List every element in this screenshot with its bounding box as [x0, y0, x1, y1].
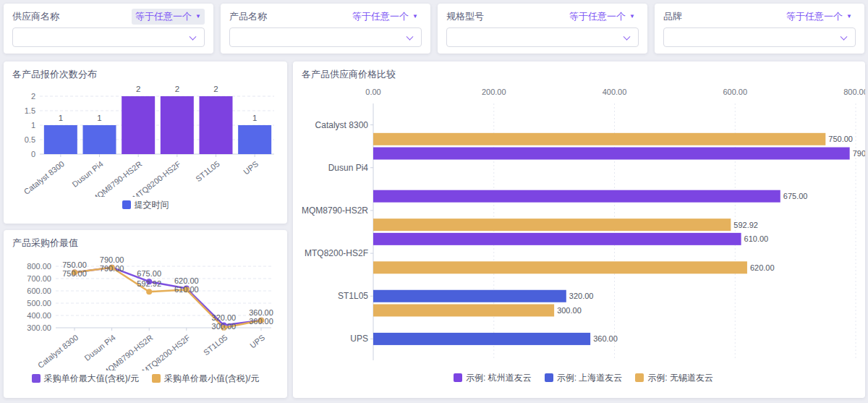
y-axis-label: 500.00	[27, 299, 51, 307]
filter-card-spec-model: 规格型号 等于任意一个 ▼	[438, 4, 647, 54]
x-axis-label: 800.00	[843, 88, 865, 96]
chart-card-price-extremes: 产品采购价最值 800.00700.00600.00500.00400.0030…	[4, 230, 287, 398]
bar-value-label: 675.00	[783, 192, 808, 200]
supplier-price-hbar-chart[interactable]: 0.00200.00400.00600.00800.00Catalyst 830…	[302, 82, 865, 370]
filter-label: 品牌	[663, 10, 682, 23]
quote-count-bar-chart[interactable]: 00.511.521Catalyst 83001Dusun Pi42MQM879…	[12, 82, 278, 197]
y-axis-label: 1	[31, 121, 35, 130]
bar-value-label: 2	[136, 85, 140, 93]
chart-card-supplier-price-comparison: 各产品供应商价格比较 0.00200.00400.00600.00800.00C…	[293, 61, 865, 398]
y-axis-label: 600.00	[27, 287, 51, 295]
chart-title-quote-count: 各产品报价次数分布	[12, 68, 278, 82]
category-label: Dusun Pi4	[82, 333, 116, 362]
filter-value-select[interactable]	[229, 27, 422, 47]
filter-value-select[interactable]	[663, 27, 856, 47]
bar-value-label: 300.00	[557, 306, 582, 315]
y-axis-label: 300.00	[27, 323, 51, 332]
caret-down-icon: ▼	[629, 14, 635, 20]
bar[interactable]	[373, 290, 566, 302]
chevron-down-icon	[190, 33, 197, 40]
bar-chart-svg: 00.511.521Catalyst 83001Dusun Pi42MQM879…	[12, 82, 278, 197]
filters-row: 供应商名称 等于任意一个 ▼ 产品名称 等于任意一个 ▼	[4, 4, 864, 52]
point-value-label: 320.00	[212, 313, 237, 322]
legend-label: 采购单价最小值(含税)/元	[164, 373, 259, 385]
category-label: Catalyst 8300	[315, 120, 369, 130]
bar[interactable]	[200, 96, 233, 154]
legend-swatch	[32, 374, 41, 383]
bar[interactable]	[373, 148, 850, 160]
y-axis-label: 0	[31, 150, 35, 158]
legend-swatch	[152, 374, 161, 383]
y-axis-label: 1.5	[25, 106, 35, 115]
legend-label: 采购单价最大值(含税)/元	[44, 373, 139, 385]
filter-condition-text: 等于任意一个	[569, 10, 626, 23]
y-axis-label: 400.00	[27, 311, 51, 320]
filter-label: 供应商名称	[12, 10, 59, 23]
filter-head: 品牌 等于任意一个 ▼	[663, 9, 856, 25]
hbar-chart-svg: 0.00200.00400.00600.00800.00Catalyst 830…	[302, 82, 865, 370]
legend-label: 示例: 无锡道友云	[647, 372, 713, 384]
legend-swatch	[545, 373, 553, 382]
chevron-down-icon	[407, 33, 414, 40]
bar[interactable]	[44, 125, 77, 154]
bar-value-label: 790.00	[853, 149, 865, 158]
x-axis-label: 600.00	[723, 88, 747, 96]
legend-item[interactable]: 示例: 上海道友云	[545, 372, 623, 384]
chart-title-price-extremes: 产品采购价最值	[12, 237, 278, 250]
point-value-label: 620.00	[174, 276, 199, 285]
y-axis-label: 800.00	[27, 262, 51, 271]
bar[interactable]	[373, 133, 825, 145]
category-label: UPS	[248, 333, 266, 349]
x-axis-label: 400.00	[603, 88, 627, 96]
filter-value-select[interactable]	[446, 27, 639, 47]
legend-item[interactable]: 示例: 无锡道友云	[635, 372, 713, 384]
bar[interactable]	[122, 96, 155, 154]
price-extremes-legend: 采购单价最大值(含税)/元采购单价最小值(含税)/元	[12, 370, 278, 386]
filter-condition-dropdown[interactable]: 等于任意一个 ▼	[132, 9, 205, 25]
bar[interactable]	[238, 125, 271, 154]
category-label: ST1L05	[194, 159, 221, 183]
legend-label: 示例: 杭州道友云	[466, 372, 532, 384]
category-label: Catalyst 8300	[36, 333, 80, 370]
point-value-label: 750.00	[62, 269, 87, 278]
category-label: Dusun Pi4	[328, 163, 369, 173]
legend-label: 提交时间	[135, 199, 169, 211]
legend-label: 示例: 上海道友云	[557, 372, 623, 384]
filter-value-select[interactable]	[12, 27, 205, 47]
filter-condition-dropdown[interactable]: 等于任意一个 ▼	[566, 9, 639, 25]
chevron-down-icon	[841, 33, 848, 40]
point-value-label: 592.92	[137, 279, 161, 288]
bar[interactable]	[373, 233, 741, 245]
chevron-down-icon	[624, 33, 631, 40]
point-value-label: 360.00	[249, 308, 273, 317]
legend-item[interactable]: 示例: 杭州道友云	[454, 372, 532, 384]
bar[interactable]	[373, 333, 590, 345]
price-extremes-line-chart[interactable]: 800.00700.00600.00500.00400.00300.00750.…	[12, 250, 278, 370]
bar-value-label: 1	[59, 114, 63, 122]
filter-condition-text: 等于任意一个	[135, 10, 192, 23]
legend-item[interactable]: 采购单价最小值(含税)/元	[152, 373, 259, 385]
filter-condition-dropdown[interactable]: 等于任意一个 ▼	[349, 9, 422, 25]
bar[interactable]	[373, 261, 747, 273]
category-label: Catalyst 8300	[22, 159, 66, 196]
bar-value-label: 2	[175, 85, 179, 93]
filter-card-brand: 品牌 等于任意一个 ▼	[655, 4, 864, 54]
bar[interactable]	[373, 219, 731, 231]
filter-condition-text: 等于任意一个	[786, 10, 843, 23]
point-value-label: 610.00	[174, 285, 199, 294]
bar[interactable]	[373, 190, 780, 203]
quote-count-legend: 提交时间	[12, 197, 278, 213]
filter-card-supplier-name: 供应商名称 等于任意一个 ▼	[4, 4, 213, 54]
category-label: Dusun Pi4	[70, 159, 104, 189]
bar[interactable]	[373, 304, 554, 316]
legend-item[interactable]: 采购单价最大值(含税)/元	[32, 373, 139, 385]
filter-head: 产品名称 等于任意一个 ▼	[229, 9, 422, 25]
y-axis-label: 700.00	[27, 274, 51, 283]
data-point[interactable]	[146, 289, 152, 294]
bar-value-label: 360.00	[593, 334, 618, 343]
filter-condition-dropdown[interactable]: 等于任意一个 ▼	[783, 9, 856, 25]
bar[interactable]	[161, 96, 194, 154]
chart-card-quote-count: 各产品报价次数分布 00.511.521Catalyst 83001Dusun …	[4, 61, 287, 224]
legend-item[interactable]: 提交时间	[122, 199, 169, 211]
bar[interactable]	[83, 125, 116, 154]
